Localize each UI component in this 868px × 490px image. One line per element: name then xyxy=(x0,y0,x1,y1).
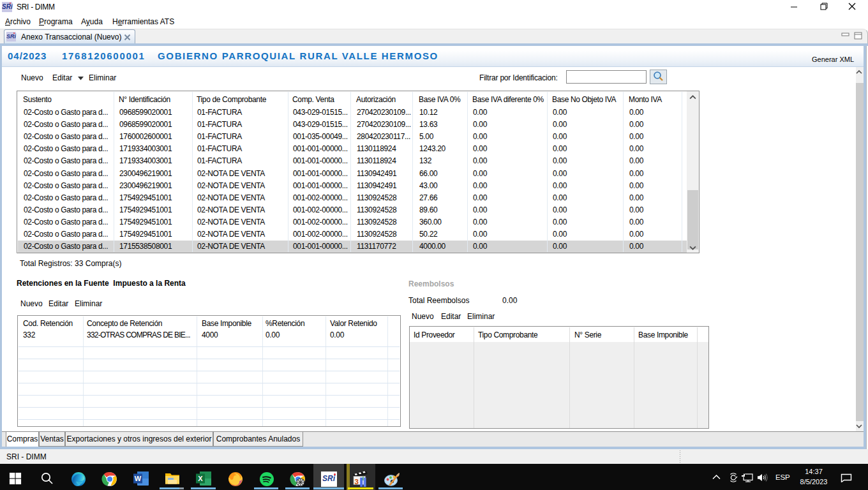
svg-text:3: 3 xyxy=(355,478,359,486)
svg-text:X: X xyxy=(198,475,203,482)
svg-text:W: W xyxy=(135,475,142,482)
